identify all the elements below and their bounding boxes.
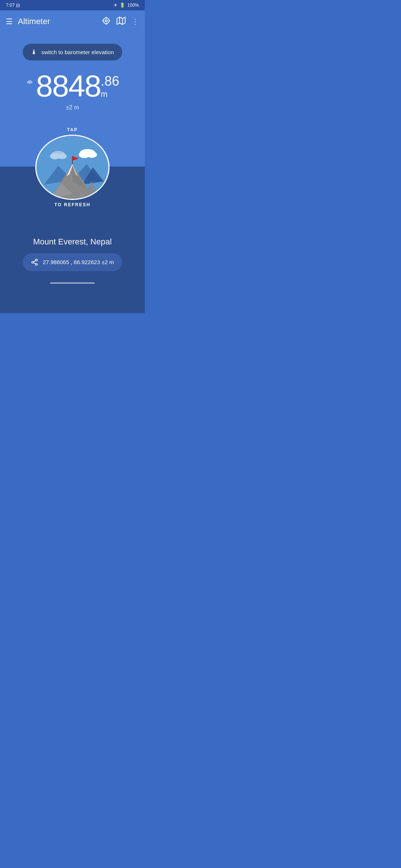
elevation-unit: m [101,89,107,99]
elevation-display: 8848 .86 m [26,71,119,101]
location-name: Mount Everest, Nepal [33,237,112,247]
app-bar-actions: ⋮ [102,16,139,27]
svg-point-0 [105,20,107,22]
more-options-icon[interactable]: ⋮ [131,17,139,26]
svg-marker-2 [117,17,125,24]
status-bar: 7:07 ⊟ ✈ 🔋 100% [0,0,145,10]
thermometer-icon: 🌡 [31,48,38,56]
elevation-decimal-unit: .86 m [101,75,119,99]
tap-refresh-button[interactable] [35,135,110,200]
menu-icon[interactable]: ☰ [6,17,13,26]
coordinates-text: 27.986065 , 86.922623 ±2 m [43,259,114,265]
home-indicator [50,282,95,284]
svg-point-1 [103,18,109,24]
bottom-section: Mount Everest, Nepal 27.986065 , 86.9226… [0,207,145,313]
elevation-decimal-value: .86 [101,75,119,88]
to-refresh-label: TO REFRESH [54,202,90,207]
svg-point-9 [58,154,67,159]
svg-line-27 [33,260,36,262]
elevation-main-value: 8848 [36,71,101,101]
main-content-top: 🌡 switch to barometer elevation 8848 .86… [0,33,145,126]
airplane-icon: ✈ [114,3,117,8]
map-icon[interactable] [117,16,125,27]
battery-percent: 100% [127,3,139,8]
status-time: 7:07 ⊟ [6,3,20,8]
svg-point-12 [87,152,97,158]
barometer-switch-button[interactable]: 🌡 switch to barometer elevation [23,44,122,60]
tap-label: TAP [67,127,78,132]
app-title: Altimeter [18,17,102,26]
battery-icon: 🔋 [120,3,125,8]
app-bar: ☰ Altimeter ⋮ [0,10,145,33]
svg-point-5 [29,82,30,84]
gps-signal-icon [26,79,34,88]
tap-refresh-section: TAP [0,126,145,207]
svg-line-26 [33,263,36,264]
barometer-label: switch to barometer elevation [41,49,114,55]
gps-locate-icon[interactable] [102,16,111,27]
elevation-accuracy: ±2 m [66,104,79,111]
share-icon [31,259,38,266]
time-display: 7:07 [6,3,14,8]
coordinates-button[interactable]: 27.986065 , 86.922623 ±2 m [23,253,122,271]
status-right: ✈ 🔋 100% [114,3,139,8]
sim-icon: ⊟ [16,3,20,8]
